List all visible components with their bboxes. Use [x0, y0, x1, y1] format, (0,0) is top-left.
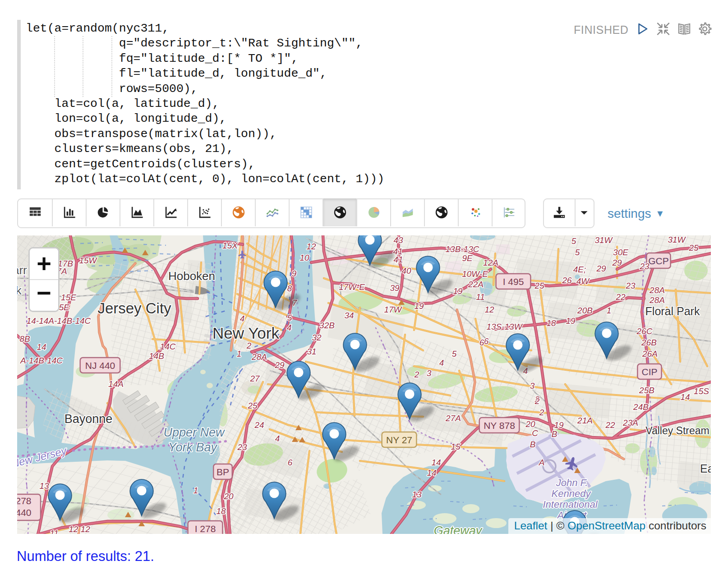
- svg-text:13S-13W: 13S-13W: [486, 322, 523, 331]
- svg-text:GCP: GCP: [648, 256, 669, 266]
- svg-text:B: B: [552, 429, 558, 439]
- svg-text:12: 12: [484, 305, 494, 314]
- svg-text:19: 19: [554, 420, 564, 430]
- svg-text:14: 14: [680, 392, 690, 402]
- svg-text:Kennedy: Kennedy: [552, 488, 592, 499]
- svg-text:6: 6: [479, 338, 484, 347]
- svg-text:Floral Park: Floral Park: [645, 305, 700, 317]
- svg-text:22A: 22A: [468, 280, 484, 289]
- svg-text:arr: arr: [17, 263, 27, 277]
- svg-text:Upper New: Upper New: [163, 426, 225, 439]
- svg-text:Gateway: Gateway: [434, 524, 483, 534]
- svg-text:East: East: [700, 462, 711, 475]
- svg-text:29: 29: [596, 264, 606, 273]
- svg-text:20: 20: [223, 492, 234, 501]
- svg-text:17W-E: 17W-E: [339, 282, 365, 292]
- svg-text:I 495: I 495: [503, 276, 524, 287]
- svg-text:15E: 15E: [61, 293, 76, 302]
- svg-text:5: 5: [452, 349, 457, 358]
- svg-text:5: 5: [571, 236, 576, 246]
- svg-text:3: 3: [427, 368, 432, 378]
- svg-text:26C: 26C: [636, 326, 653, 336]
- svg-text:12: 12: [306, 242, 316, 251]
- svg-text:23: 23: [625, 281, 636, 290]
- svg-text:2: 2: [534, 396, 540, 406]
- svg-text:14B: 14B: [149, 351, 164, 361]
- svg-text:15: 15: [451, 442, 461, 451]
- svg-text:18: 18: [546, 318, 556, 328]
- svg-text:13: 13: [39, 481, 49, 491]
- svg-text:22: 22: [605, 420, 615, 430]
- svg-text:31: 31: [307, 347, 316, 356]
- svg-text:13: 13: [412, 490, 422, 499]
- svg-text:26: 26: [562, 276, 572, 285]
- svg-text:NJ 440: NJ 440: [85, 360, 115, 371]
- svg-text:9E: 9E: [462, 253, 473, 263]
- svg-text:27A: 27A: [445, 414, 461, 423]
- svg-text:2: 2: [539, 408, 544, 417]
- svg-text:19: 19: [414, 301, 424, 311]
- svg-text:Hoboken: Hoboken: [168, 269, 215, 283]
- svg-text:1: 1: [607, 306, 612, 315]
- svg-text:28A: 28A: [649, 285, 665, 295]
- svg-text:6: 6: [288, 458, 293, 467]
- svg-text:International: International: [543, 499, 598, 510]
- svg-text:22: 22: [615, 292, 626, 302]
- svg-text:23: 23: [639, 262, 650, 271]
- svg-text:Bayonne: Bayonne: [65, 412, 113, 426]
- svg-text:Jersey City: Jersey City: [97, 300, 171, 317]
- svg-text:31W: 31W: [594, 235, 613, 245]
- svg-text:NY 878: NY 878: [484, 420, 515, 431]
- svg-text:10W-E: 10W-E: [462, 269, 488, 279]
- svg-text:41: 41: [393, 255, 403, 264]
- svg-text:15W: 15W: [79, 256, 97, 265]
- svg-text:4: 4: [439, 358, 444, 368]
- svg-text:14: 14: [427, 468, 436, 478]
- svg-text:CIP: CIP: [641, 367, 657, 377]
- svg-text:40: 40: [401, 266, 411, 276]
- svg-text:18: 18: [216, 506, 226, 516]
- svg-text:11: 11: [476, 292, 485, 302]
- svg-text:29: 29: [274, 360, 285, 370]
- svg-text:New York: New York: [212, 324, 279, 342]
- svg-text:BP: BP: [217, 467, 229, 477]
- svg-text:32: 32: [312, 333, 322, 342]
- svg-text:C: C: [532, 428, 538, 438]
- svg-text:440: 440: [17, 507, 32, 518]
- svg-text:1: 1: [194, 486, 198, 495]
- svg-text:11: 11: [50, 528, 59, 534]
- svg-text:12A: 12A: [483, 258, 498, 267]
- svg-text:26B: 26B: [641, 338, 657, 347]
- svg-text:23: 23: [237, 442, 247, 452]
- svg-text:4: 4: [287, 323, 292, 332]
- svg-text:B: B: [530, 440, 536, 449]
- svg-text:NY 27: NY 27: [386, 435, 412, 445]
- svg-text:24: 24: [254, 420, 264, 430]
- svg-text:5: 5: [287, 313, 292, 322]
- svg-text:14-14A-14B-14C: 14-14A-14B-14C: [27, 316, 91, 326]
- svg-text:14: 14: [431, 458, 441, 467]
- svg-text:6: 6: [484, 336, 489, 346]
- svg-text:27: 27: [249, 374, 260, 383]
- svg-text:34: 34: [344, 311, 354, 320]
- svg-text:8B: 8B: [19, 334, 30, 344]
- svg-text:28A: 28A: [251, 352, 267, 362]
- svg-text:5: 5: [575, 248, 580, 257]
- svg-text:24B: 24B: [633, 402, 649, 412]
- svg-text:14: 14: [37, 342, 46, 352]
- svg-text:8: 8: [287, 284, 292, 293]
- svg-text:25B: 25B: [639, 386, 654, 395]
- svg-text:26A: 26A: [642, 349, 658, 358]
- svg-text:39: 39: [390, 283, 400, 293]
- svg-text:rk: rk: [17, 284, 22, 297]
- svg-text:4W: 4W: [576, 276, 590, 286]
- svg-text:4: 4: [240, 314, 245, 323]
- svg-text:15S: 15S: [694, 386, 709, 396]
- svg-text:25: 25: [247, 401, 258, 410]
- svg-text:20B: 20B: [577, 306, 593, 315]
- svg-text:29: 29: [612, 258, 622, 267]
- svg-text:10: 10: [299, 253, 309, 262]
- svg-text:4: 4: [275, 434, 280, 443]
- svg-text:21A: 21A: [577, 416, 593, 425]
- svg-text:20: 20: [525, 419, 535, 429]
